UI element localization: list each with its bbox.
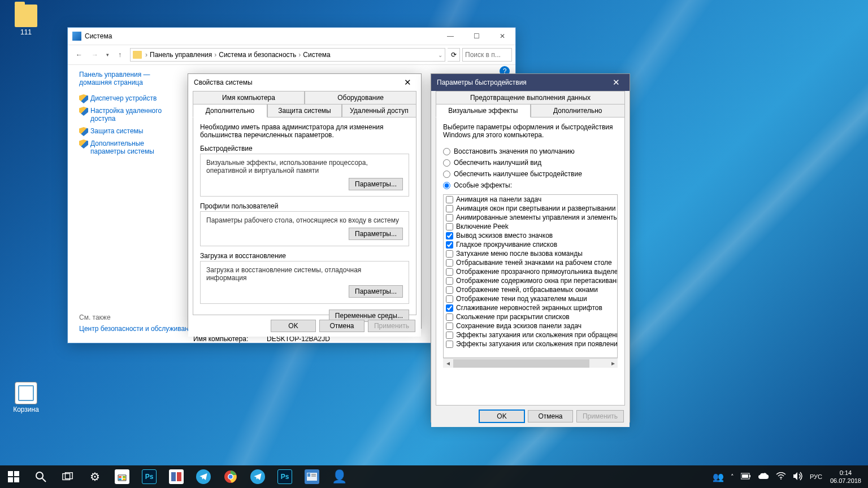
desktop-icon-recycle[interactable]: Корзина — [5, 382, 47, 413]
ok-button[interactable]: OK — [479, 410, 524, 422]
effect-checkbox-row[interactable]: Эффекты затухания или скольжения при поя… — [444, 339, 617, 348]
effect-checkbox[interactable] — [446, 304, 453, 312]
taskbar-app-telegram2[interactable] — [244, 465, 271, 488]
sidebar-link-advanced[interactable]: Дополнительные параметры системы — [90, 140, 181, 155]
profiles-settings-button[interactable]: Параметры... — [349, 228, 403, 240]
effect-checkbox[interactable] — [446, 286, 453, 294]
tab-protection[interactable]: Защита системы — [267, 104, 342, 117]
tray-chevron-icon[interactable]: ˄ — [727, 473, 737, 481]
effect-checkbox[interactable] — [446, 332, 453, 339]
people-icon[interactable]: 👥 — [709, 472, 727, 482]
apply-button[interactable]: Применить — [368, 320, 415, 332]
back-button[interactable]: ← — [71, 47, 87, 63]
wifi-icon[interactable] — [772, 472, 789, 481]
radio-best-performance[interactable]: Обеспечить наилучшее быстродействие — [443, 170, 618, 178]
effect-checkbox-row[interactable]: Гладкое прокручивание списков — [444, 240, 617, 249]
effect-checkbox[interactable] — [446, 196, 453, 203]
effect-checkbox-row[interactable]: Отбрасывание теней значками на рабочем с… — [444, 258, 617, 267]
effect-checkbox[interactable] — [446, 268, 453, 276]
effects-checklist[interactable]: Анимация на панели задачАнимация окон пр… — [443, 194, 618, 358]
breadcrumb[interactable]: › Панель управления › Система и безопасн… — [130, 48, 445, 62]
effect-checkbox[interactable] — [446, 223, 453, 230]
tab-dep[interactable]: Предотвращение выполнения данных — [436, 91, 625, 104]
breadcrumb-item[interactable]: Система и безопасность — [219, 51, 296, 59]
effect-checkbox[interactable] — [446, 313, 453, 321]
effect-checkbox-row[interactable]: Отображение теней, отбрасываемых окнами — [444, 285, 617, 294]
tab-advanced[interactable]: Дополнительно — [193, 104, 267, 117]
see-also-link[interactable]: Центр безопасности и обслуживания — [79, 325, 196, 333]
sidebar-link-home[interactable]: Панель управления — домашняя страница — [79, 71, 181, 86]
tab-computer-name[interactable]: Имя компьютера — [193, 91, 305, 104]
taskbar-app-user[interactable]: 👤 — [326, 465, 353, 488]
radio-defaults[interactable]: Восстановить значения по умолчанию — [443, 147, 618, 155]
tab-visual-effects[interactable]: Визуальные эффекты — [436, 104, 531, 117]
onedrive-icon[interactable] — [754, 472, 772, 481]
language-indicator[interactable]: РУС — [806, 473, 826, 480]
taskview-button[interactable] — [54, 465, 81, 488]
sidebar-link-remote[interactable]: Настройка удаленного доступа — [90, 107, 181, 123]
effect-checkbox-row[interactable]: Отображение тени под указателем мыши — [444, 294, 617, 303]
cancel-button[interactable]: Отмена — [319, 320, 364, 332]
tab-hardware[interactable]: Оборудование — [305, 91, 416, 104]
explorer-titlebar[interactable]: Система — ☐ ✕ — [68, 28, 515, 45]
effect-checkbox-row[interactable]: Включение Peek — [444, 222, 617, 231]
close-button[interactable]: ✕ — [489, 28, 515, 45]
breadcrumb-item[interactable]: Система — [303, 51, 330, 59]
breadcrumb-item[interactable]: Панель управления — [150, 51, 212, 59]
close-button[interactable]: ✕ — [396, 75, 419, 90]
taskbar-app-card[interactable] — [298, 465, 326, 488]
cancel-button[interactable]: Отмена — [528, 410, 573, 422]
volume-icon[interactable] — [789, 472, 806, 482]
effect-checkbox-row[interactable]: Отображение прозрачного прямоугольника в… — [444, 267, 617, 276]
settings-button[interactable]: ⚙ — [81, 465, 108, 488]
tab-advanced[interactable]: Дополнительно — [531, 104, 626, 117]
dialog-titlebar[interactable]: Параметры быстродействия ✕ — [431, 74, 630, 91]
desktop-icon-folder[interactable]: 111 — [5, 5, 47, 36]
taskbar-app-chrome[interactable] — [217, 465, 244, 488]
taskbar-app-photoshop2[interactable]: Ps — [271, 465, 298, 488]
effect-checkbox-row[interactable]: Анимация на панели задач — [444, 195, 617, 204]
effect-checkbox-row[interactable]: Анимированные элементы управления и элем… — [444, 213, 617, 222]
sidebar-link-protection[interactable]: Защита системы — [90, 127, 143, 135]
forward-button[interactable]: → — [87, 47, 103, 63]
radio-custom[interactable]: Особые эффекты: — [443, 181, 618, 189]
clock[interactable]: 0:14 06.07.2018 — [826, 469, 866, 485]
minimize-button[interactable]: — — [437, 28, 463, 45]
maximize-button[interactable]: ☐ — [463, 28, 489, 45]
effect-checkbox-row[interactable]: Отображение содержимого окна при перетас… — [444, 276, 617, 285]
effect-checkbox-row[interactable]: Эффекты затухания или скольжения при обр… — [444, 330, 617, 339]
effect-checkbox-row[interactable]: Анимация окон при свертывании и разверты… — [444, 204, 617, 213]
apply-button[interactable]: Применить — [576, 410, 624, 422]
search-input[interactable] — [462, 48, 512, 62]
effect-checkbox-row[interactable]: Сглаживание неровностей экранных шрифтов — [444, 303, 617, 312]
search-button[interactable] — [27, 465, 54, 488]
tab-remote[interactable]: Удаленный доступ — [342, 104, 416, 117]
taskbar-app-totalcmd[interactable] — [163, 465, 190, 488]
dialog-titlebar[interactable]: Свойства системы ✕ — [188, 74, 421, 91]
sidebar-link-devmgr[interactable]: Диспетчер устройств — [90, 94, 157, 102]
effect-checkbox[interactable] — [446, 214, 453, 221]
performance-settings-button[interactable]: Параметры... — [349, 178, 403, 190]
effect-checkbox[interactable] — [446, 259, 453, 267]
effect-checkbox[interactable] — [446, 295, 453, 303]
startup-settings-button[interactable]: Параметры... — [349, 285, 403, 298]
battery-icon[interactable] — [737, 473, 754, 481]
effect-checkbox[interactable] — [446, 241, 453, 249]
effect-checkbox[interactable] — [446, 232, 453, 239]
effect-checkbox-row[interactable]: Сохранение вида эскизов панели задач — [444, 321, 617, 330]
up-button[interactable]: ↑ — [112, 47, 128, 63]
close-button[interactable]: ✕ — [605, 75, 627, 90]
ok-button[interactable]: OK — [271, 320, 316, 332]
effect-checkbox[interactable] — [446, 205, 453, 212]
effect-checkbox[interactable] — [446, 323, 453, 330]
effect-checkbox-row[interactable]: Вывод эскизов вместо значков — [444, 231, 617, 240]
effect-checkbox-row[interactable]: Затухание меню после вызова команды — [444, 249, 617, 258]
horizontal-scrollbar[interactable]: ◂▸ — [443, 358, 618, 368]
taskbar-app-store[interactable] — [108, 465, 136, 488]
refresh-button[interactable]: ⟳ — [448, 48, 460, 62]
radio-best-appearance[interactable]: Обеспечить наилучший вид — [443, 159, 618, 167]
recent-button[interactable]: ▾ — [103, 47, 112, 63]
taskbar-app-photoshop[interactable]: Ps — [136, 465, 163, 488]
taskbar-app-telegram[interactable] — [190, 465, 217, 488]
effect-checkbox-row[interactable]: Скольжение при раскрытии списков — [444, 312, 617, 321]
